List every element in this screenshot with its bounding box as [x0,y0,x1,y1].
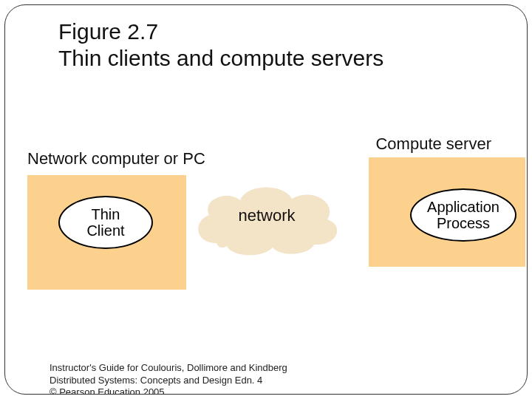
footer-line-1: Instructor's Guide for Coulouris, Dollim… [50,362,301,386]
thin-client-node: Thin Client [58,196,153,249]
footer-line-2: © Pearson Education 2005 [50,386,301,395]
application-process-text: Application Process [427,199,499,231]
figure-title-block: Figure 2.7 Thin clients and compute serv… [58,18,383,72]
slide-footer: Instructor's Guide for Coulouris, Dollim… [50,362,301,395]
slide-frame: Figure 2.7 Thin clients and compute serv… [4,4,528,395]
figure-number: Figure 2.7 [58,18,383,45]
network-label: network [187,206,347,225]
application-process-node: Application Process [410,188,516,242]
figure-title: Thin clients and compute servers [58,45,383,72]
thin-client-text: Thin Client [86,206,124,239]
right-group-label: Compute server [375,134,491,154]
left-group-label: Network computer or PC [27,149,205,168]
